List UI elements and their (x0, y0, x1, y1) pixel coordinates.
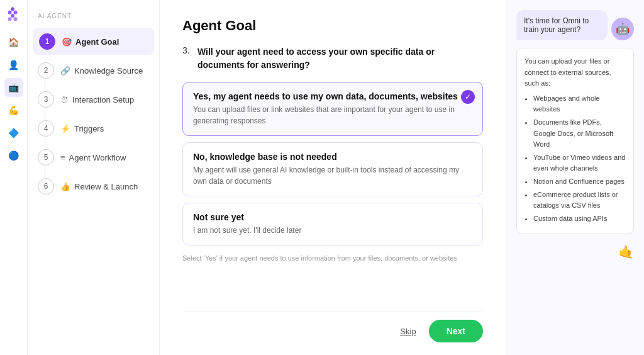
option-desc-yes: You can upload files or link websites th… (193, 104, 472, 127)
info-item-2: YouTube or Vimeo videos and even whole c… (533, 152, 626, 174)
svg-point-5 (13, 17, 17, 21)
option-card-notsure[interactable]: Not sure yet I am not sure yet. I'll dec… (182, 203, 483, 245)
option-desc-no: My agent will use general AI knowledge o… (193, 164, 472, 187)
options-list: Yes, my agent needs to use my own data, … (182, 82, 483, 245)
sidebar-icons-panel: 🏠 👤 📺 💪 🔷 🔵 (0, 0, 28, 355)
chat-bubble-row: It's time for Ωmni to train your agent? … (516, 10, 634, 40)
step-label-1: Agent Goal (75, 37, 119, 47)
info-item-5: Custom data using APIs (533, 213, 626, 225)
question-row: 3. Will your agent need to access your o… (182, 45, 483, 72)
skip-button[interactable]: Skip (400, 327, 416, 336)
step-number-2: 2 (38, 62, 54, 79)
option-title-notsure: Not sure yet (193, 212, 472, 222)
step-item-2[interactable]: 2 🔗 Knowledge Source (28, 56, 159, 85)
step-label-4: Triggers (74, 124, 104, 133)
step-label-wrap-1: 🎯 Agent Goal (62, 37, 119, 47)
step-label-wrap-6: 👍 Review & Launch (60, 182, 138, 191)
svg-point-1 (8, 11, 11, 14)
step-number-4: 4 (38, 120, 54, 137)
info-item-1: Documents like PDFs, Google Docs, or Mic… (533, 117, 626, 150)
option-title-no: No, knowledge base is not needed (193, 152, 472, 162)
info-list: Webpages and whole websites Documents li… (525, 93, 626, 225)
info-item-0: Webpages and whole websites (533, 93, 626, 115)
sidebar-icon-shape1[interactable]: 🔷 (4, 123, 23, 142)
step-item-3[interactable]: 3 ⏱ Interaction Setup (28, 85, 159, 114)
step-item-4[interactable]: 4 ⚡ Triggers (28, 114, 159, 143)
app-logo (5, 6, 23, 24)
step-icon-4: ⚡ (60, 124, 70, 133)
option-title-yes: Yes, my agent needs to use my own data, … (193, 91, 472, 101)
info-item-4: eCommerce product lists or catalogs via … (533, 189, 626, 211)
step-label-5: Agent Workflow (69, 153, 126, 162)
hint-text: Select 'Yes' if your agent needs to use … (182, 254, 483, 262)
bottom-bar: Skip Next (182, 312, 483, 342)
step-icon-5: ≡ (60, 153, 65, 162)
cursor-icon: 🤙 (618, 244, 634, 259)
sidebar-icon-display[interactable]: 📺 (4, 78, 23, 97)
step-label-wrap-2: 🔗 Knowledge Source (60, 66, 143, 76)
step-number-3: 3 (38, 91, 54, 108)
step-icon-2: 🔗 (60, 66, 70, 76)
step-number-1: 1 (39, 33, 55, 50)
step-icon-3: ⏱ (60, 95, 69, 104)
step-label-wrap-5: ≡ Agent Workflow (60, 153, 126, 162)
option-card-yes[interactable]: Yes, my agent needs to use my own data, … (182, 82, 483, 136)
step-label-6: Review & Launch (74, 182, 138, 191)
step-label-wrap-3: ⏱ Interaction Setup (60, 95, 134, 104)
right-panel: It's time for Ωmni to train your agent? … (506, 0, 644, 355)
step-number-5: 5 (38, 149, 54, 166)
sidebar-icon-home[interactable]: 🏠 (4, 33, 23, 52)
svg-point-2 (13, 11, 17, 14)
step-label-wrap-4: ⚡ Triggers (60, 124, 104, 133)
step-number-6: 6 (38, 178, 54, 194)
sidebar-icon-user[interactable]: 👤 (4, 55, 23, 74)
main-content: Agent Goal 3. Will your agent need to ac… (160, 0, 506, 355)
svg-rect-6 (11, 8, 13, 11)
sidebar-icon-shape2[interactable]: 🔵 (4, 146, 23, 165)
sidebar-icon-strength[interactable]: 💪 (4, 101, 23, 120)
step-item-6[interactable]: 6 👍 Review & Launch (28, 172, 159, 201)
chat-bubble: It's time for Ωmni to train your agent? (516, 10, 608, 40)
check-badge-yes: ✓ (461, 90, 475, 104)
option-card-no[interactable]: No, knowledge base is not needed My agen… (182, 142, 483, 196)
step-label-3: Interaction Setup (72, 95, 134, 104)
svg-point-4 (8, 17, 11, 21)
steps-sidebar: AI AGENT 1 🎯 Agent Goal 2 🔗 Knowledge So… (28, 0, 160, 355)
info-item-3: Notion and Confluence pages (533, 176, 626, 188)
info-intro: You can upload your files or connect to … (525, 56, 626, 89)
app-label: AI AGENT (28, 13, 159, 27)
svg-point-3 (11, 14, 14, 18)
avatar: 🤖 (611, 18, 634, 40)
step-label-2: Knowledge Source (74, 66, 143, 76)
page-title: Agent Goal (182, 18, 483, 34)
step-icon-1: 🎯 (62, 37, 72, 47)
question-number: 3. (182, 45, 194, 72)
step-item-5[interactable]: 5 ≡ Agent Workflow (28, 143, 159, 172)
step-icon-6: 👍 (60, 182, 70, 191)
option-desc-notsure: I am not sure yet. I'll decide later (193, 225, 472, 236)
info-box: You can upload your files or connect to … (516, 48, 634, 234)
step-item-1[interactable]: 1 🎯 Agent Goal (33, 28, 154, 55)
next-button[interactable]: Next (429, 320, 483, 342)
question-text: Will your agent need to access your own … (197, 45, 483, 72)
